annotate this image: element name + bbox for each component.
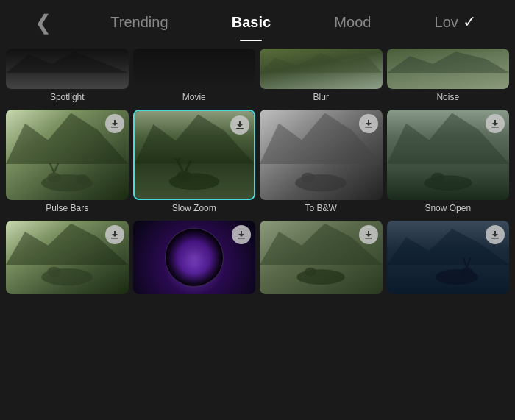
download-badge-row3a[interactable] (105, 225, 124, 244)
svg-marker-0 (6, 51, 129, 73)
item-label-snowopen: Snow Open (425, 203, 471, 216)
tab-lov[interactable]: Lov ✓ (423, 5, 488, 39)
svg-line-38 (464, 258, 467, 268)
grid-item-row3d[interactable] (387, 221, 510, 294)
svg-rect-17 (236, 128, 244, 129)
grid-item-row3a[interactable] (6, 221, 129, 294)
download-badge-tobw[interactable] (359, 114, 378, 133)
svg-rect-9 (111, 127, 118, 128)
svg-line-7 (54, 163, 59, 173)
tab-basic[interactable]: Basic (220, 7, 283, 38)
svg-rect-30 (238, 238, 245, 239)
tab-lov-checkmark: ✓ (463, 13, 476, 32)
svg-marker-1 (260, 53, 383, 73)
tab-mood-label: Mood (334, 14, 371, 31)
download-badge-pulsebars[interactable] (105, 114, 124, 133)
svg-rect-25 (491, 127, 499, 128)
svg-point-37 (461, 268, 472, 277)
grid-item-spotlight[interactable]: Spotlight (6, 49, 129, 105)
grid-item-noise[interactable]: Noise (387, 49, 510, 105)
item-label-slowzoom: Slow Zoom (172, 203, 216, 216)
svg-rect-40 (491, 238, 499, 239)
grid-item-tobw[interactable]: To B&W (260, 110, 383, 216)
svg-marker-2 (387, 51, 510, 73)
svg-line-6 (50, 163, 54, 173)
item-label-blur: Blur (313, 92, 329, 105)
grid-item-row3c[interactable] (260, 221, 383, 294)
item-label-movie: Movie (182, 92, 206, 105)
svg-point-12 (177, 171, 191, 182)
effects-grid: Spotlight Movie Blur (6, 44, 509, 294)
svg-point-5 (47, 172, 61, 182)
download-badge-slowzoom[interactable] (230, 115, 249, 135)
svg-line-16 (177, 158, 181, 160)
svg-line-15 (174, 158, 177, 160)
svg-point-33 (305, 268, 316, 277)
svg-point-8 (76, 174, 90, 185)
svg-rect-29 (111, 238, 118, 239)
svg-point-32 (297, 269, 345, 285)
svg-point-28 (47, 266, 61, 277)
svg-point-20 (301, 172, 315, 182)
grid-item-row3b[interactable] (133, 221, 256, 294)
svg-point-11 (169, 173, 219, 190)
item-label-tobw: To B&W (305, 203, 337, 216)
svg-point-24 (430, 172, 444, 182)
svg-rect-21 (365, 127, 372, 128)
svg-line-14 (185, 160, 191, 171)
tab-mood[interactable]: Mood (322, 7, 383, 38)
svg-line-39 (466, 258, 470, 268)
back-button[interactable]: ❮ (27, 3, 59, 42)
download-badge-snowopen[interactable] (486, 114, 505, 133)
grid-container: Spotlight Movie Blur (0, 44, 515, 420)
item-label-spotlight: Spotlight (50, 92, 85, 105)
item-label-noise: Noise (436, 92, 459, 105)
item-label-pulsebars: Pulse Bars (46, 203, 88, 216)
grid-item-snowopen[interactable]: Snow Open (387, 110, 510, 216)
tab-bar: ❮ Trending Basic Mood Lov ✓ (0, 0, 515, 44)
svg-rect-34 (365, 238, 372, 239)
grid-item-pulsebars[interactable]: Pulse Bars (6, 110, 129, 216)
grid-item-movie[interactable]: Movie (133, 49, 256, 105)
grid-item-blur[interactable]: Blur (260, 49, 383, 105)
tab-trending-label: Trending (110, 14, 168, 31)
tab-trending[interactable]: Trending (99, 7, 180, 38)
tab-basic-label: Basic (232, 14, 271, 31)
grid-item-slowzoom[interactable]: Slow Zoom (133, 110, 256, 216)
svg-line-13 (177, 160, 182, 171)
tab-lov-label: Lov (435, 14, 458, 31)
download-badge-row3c[interactable] (359, 225, 378, 244)
